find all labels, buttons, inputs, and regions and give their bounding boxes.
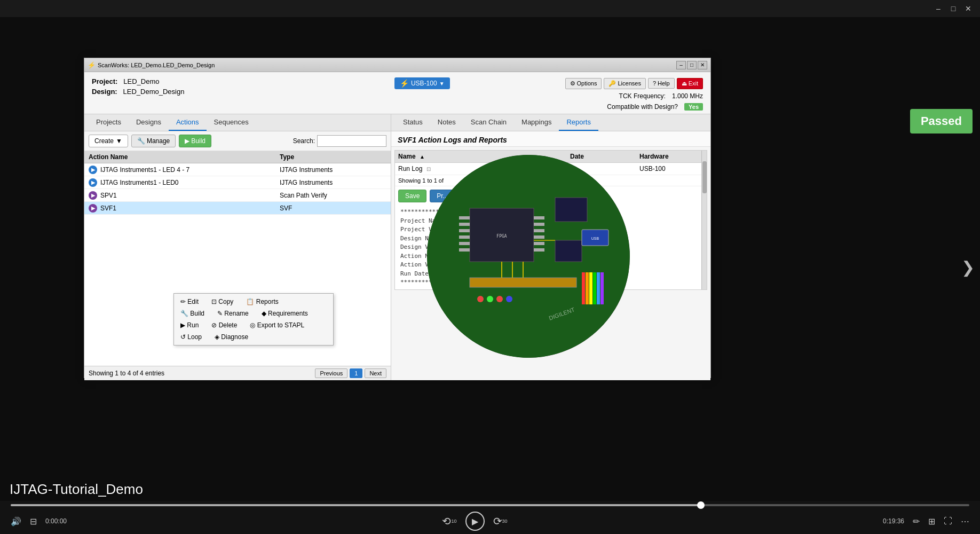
- svg-rect-10: [534, 229, 544, 232]
- help-button[interactable]: ? Help: [648, 78, 675, 89]
- tab-status[interactable]: Status: [396, 114, 430, 131]
- save-button[interactable]: Save: [398, 190, 426, 202]
- rh-hardware: Hardware: [639, 153, 704, 160]
- manage-button[interactable]: 🔧 Manage: [131, 135, 176, 147]
- app-header-left: Project: LED_Demo Design: LED_Demo_Desig…: [92, 77, 184, 96]
- ctx-build[interactable]: 🔧 Build: [174, 308, 211, 319]
- ctx-loop[interactable]: ↺ Loop: [174, 331, 208, 343]
- prev-page-btn[interactable]: Previous: [315, 368, 347, 378]
- app-minimize-btn[interactable]: –: [676, 61, 686, 69]
- help-icon: ?: [653, 80, 656, 87]
- captions-button[interactable]: ⊟: [30, 516, 37, 527]
- volume-button[interactable]: 🔊: [11, 516, 21, 527]
- subtitles-button[interactable]: ⊞: [928, 516, 935, 527]
- action-icon-1: ▶: [89, 178, 97, 187]
- os-titlebar: – □ ✕: [0, 0, 980, 17]
- search-label: Search:: [293, 137, 315, 145]
- action-row-3[interactable]: ▶ SVF1 SVF: [84, 202, 391, 215]
- tab-mappings[interactable]: Mappings: [514, 114, 559, 131]
- usb-label: USB-100: [411, 80, 437, 87]
- tab-sequences[interactable]: Sequences: [207, 114, 256, 131]
- licenses-button[interactable]: 🔑 Licenses: [604, 78, 645, 89]
- current-page-btn[interactable]: 1: [350, 368, 362, 378]
- action-name-0: IJTAG Instruments1 - LED 4 - 7: [100, 166, 280, 174]
- usb-button[interactable]: ⚡ USB-100 ▼: [394, 77, 450, 89]
- svg-rect-32: [593, 272, 596, 304]
- search-area: Search:: [293, 135, 386, 147]
- svg-point-27: [506, 296, 512, 302]
- svg-text:USB: USB: [591, 237, 599, 240]
- svg-rect-16: [555, 240, 582, 262]
- svg-rect-5: [459, 235, 470, 239]
- manage-label: Manage: [147, 137, 170, 145]
- action-row-0[interactable]: ▶ IJTAG Instruments1 - LED 4 - 7 IJTAG I…: [84, 163, 391, 176]
- action-name-1: IJTAG Instruments1 - LED0: [100, 179, 280, 186]
- tab-projects[interactable]: Projects: [89, 114, 129, 131]
- options-label: Options: [577, 80, 597, 87]
- ctx-rename[interactable]: ✎ Rename: [211, 308, 255, 319]
- progress-bar-thumb[interactable]: [697, 501, 705, 509]
- usb-arrow: ▼: [439, 81, 445, 87]
- search-input[interactable]: [317, 135, 386, 147]
- current-time: 0:00:00: [45, 517, 67, 525]
- action-row-2[interactable]: ▶ SPV1 Scan Path Verify: [84, 189, 391, 202]
- table-footer: Showing 1 to 4 of 4 entries Previous 1 N…: [84, 366, 391, 380]
- licenses-label: Licenses: [618, 80, 641, 87]
- ctx-diagnose[interactable]: ◈ Diagnose: [208, 331, 255, 343]
- video-controls: 🔊 ⊟ 0:00:00 ⟲10 ▶ ⟳30 0:19:36 ✏ ⊞ ⛶ ⋯: [0, 501, 980, 534]
- progress-bar-track[interactable]: [11, 504, 969, 506]
- action-icon-2: ▶: [89, 191, 97, 200]
- build-button[interactable]: ▶ Build: [179, 135, 211, 147]
- app-close-btn[interactable]: ✕: [698, 61, 707, 69]
- tab-actions[interactable]: Actions: [169, 114, 207, 131]
- svg-rect-9: [534, 223, 544, 226]
- rewind10-button[interactable]: ⟲10: [442, 515, 456, 528]
- ctx-export[interactable]: ◎ Export to STAPL: [243, 319, 311, 331]
- action-toolbar: Create ▼ 🔧 Manage ▶ Build Search:: [84, 131, 391, 151]
- create-button[interactable]: Create ▼: [89, 135, 128, 147]
- ctx-delete[interactable]: ⊘ Delete: [205, 319, 243, 331]
- svg-rect-29: [582, 272, 585, 304]
- tab-designs[interactable]: Designs: [129, 114, 169, 131]
- next-video-arrow[interactable]: ❯: [961, 258, 975, 277]
- pen-button[interactable]: ✏: [913, 516, 920, 527]
- ctx-run[interactable]: ▶ Run: [174, 319, 205, 331]
- exit-label: Exit: [689, 80, 698, 87]
- video-title-label: IJTAG-Tutorial_Demo: [10, 481, 143, 498]
- ctx-row-3: ↺ Loop ◈ Diagnose: [174, 331, 333, 343]
- options-button[interactable]: ⚙ Options: [565, 78, 602, 89]
- tab-reports[interactable]: Reports: [559, 114, 598, 131]
- controls-row: 🔊 ⊟ 0:00:00 ⟲10 ▶ ⟳30 0:19:36 ✏ ⊞ ⛶ ⋯: [11, 512, 969, 531]
- circuit-board-image: FPGA USB DIGILENT: [427, 155, 630, 358]
- app-restore-btn[interactable]: □: [687, 61, 697, 69]
- svg-point-24: [477, 296, 484, 302]
- svg-rect-34: [600, 272, 604, 304]
- action-icon-3: ▶: [89, 204, 97, 213]
- scrollbar-right[interactable]: [701, 151, 707, 289]
- ctx-reports[interactable]: 📋 Reports: [240, 296, 284, 308]
- tab-scan-chain[interactable]: Scan Chain: [463, 114, 514, 131]
- os-maximize-btn[interactable]: □: [946, 1, 961, 16]
- svg-point-26: [496, 296, 503, 302]
- ctx-requirements[interactable]: ◆ Requirements: [255, 308, 314, 319]
- tab-notes[interactable]: Notes: [430, 114, 463, 131]
- fullscreen-button[interactable]: ⛶: [944, 516, 952, 526]
- ctx-edit[interactable]: ✏ Edit: [174, 296, 205, 308]
- exit-button[interactable]: ⏏ Exit: [677, 78, 703, 89]
- design-label: Design:: [92, 88, 117, 96]
- os-close-btn[interactable]: ✕: [961, 1, 976, 16]
- os-minimize-btn[interactable]: –: [931, 1, 946, 16]
- forward30-button[interactable]: ⟳30: [493, 515, 508, 528]
- svg-rect-3: [459, 223, 470, 226]
- svg-rect-33: [597, 272, 600, 304]
- ctx-copy[interactable]: ⊡ Copy: [205, 296, 240, 308]
- left-nav-tabs: Projects Designs Actions Sequences: [84, 114, 391, 131]
- svg-rect-4: [459, 229, 470, 232]
- build-label: Build: [191, 137, 206, 145]
- action-row-1[interactable]: ▶ IJTAG Instruments1 - LED0 IJTAG Instru…: [84, 176, 391, 189]
- play-button[interactable]: ▶: [465, 512, 485, 531]
- more-button[interactable]: ⋯: [961, 516, 969, 527]
- next-page-btn[interactable]: Next: [365, 368, 386, 378]
- project-value: LED_Demo: [123, 77, 159, 85]
- ctx-empty: [255, 331, 267, 343]
